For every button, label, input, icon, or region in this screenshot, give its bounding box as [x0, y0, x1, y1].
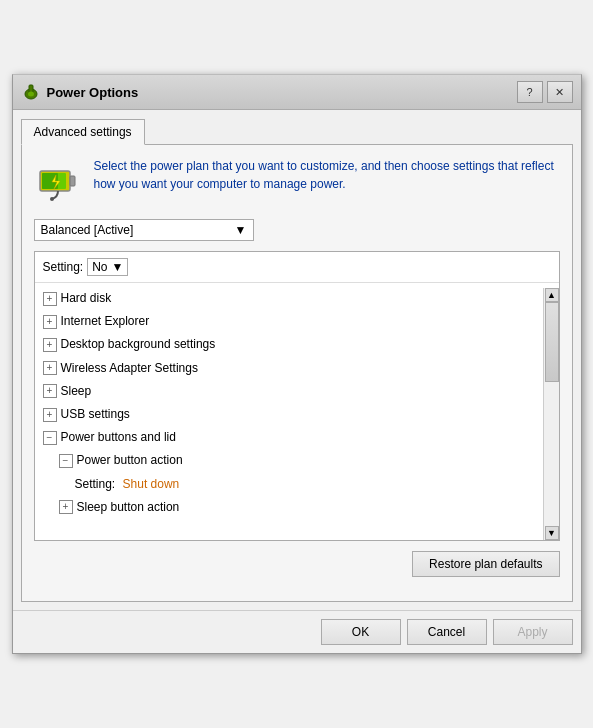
restore-defaults-button[interactable]: Restore plan defaults	[412, 551, 559, 577]
tree-item-power-buttons[interactable]: − Power buttons and lid	[35, 426, 559, 449]
settings-label: Setting:	[43, 260, 84, 274]
expand-icon-minus[interactable]: −	[43, 431, 57, 445]
svg-rect-6	[70, 176, 75, 186]
window-title: Power Options	[47, 85, 139, 100]
tree-item-sleep-button[interactable]: + Sleep button action	[35, 496, 559, 519]
settings-list[interactable]: + Hard disk + Internet Explorer + Deskto…	[35, 283, 559, 535]
tree-item-usb-settings[interactable]: + USB settings	[35, 403, 559, 426]
tab-content: Select the power plan that you want to c…	[21, 144, 573, 602]
power-icon	[34, 157, 82, 205]
scrollbar-thumb[interactable]	[545, 302, 559, 382]
footer-buttons: OK Cancel Apply	[13, 610, 581, 653]
tab-advanced-settings[interactable]: Advanced settings	[21, 119, 145, 145]
description-text: Select the power plan that you want to c…	[94, 157, 560, 193]
restore-btn-row: Restore plan defaults	[34, 551, 560, 577]
tree-item-sleep[interactable]: + Sleep	[35, 380, 559, 403]
ok-button[interactable]: OK	[321, 619, 401, 645]
settings-header: Setting: No ▼	[35, 252, 559, 283]
description-area: Select the power plan that you want to c…	[34, 157, 560, 205]
scrollbar-down-button[interactable]: ▼	[545, 526, 559, 540]
setting-dropdown-arrow: ▼	[112, 260, 124, 274]
settings-box: Setting: No ▼ + Hard disk	[34, 251, 560, 541]
tree-item-desktop-background[interactable]: + Desktop background settings	[35, 333, 559, 356]
tree-item-setting-shutown[interactable]: Setting: Shut down	[35, 473, 559, 496]
tree-item-label: USB settings	[61, 405, 130, 424]
title-bar: Power Options ? ✕	[13, 75, 581, 110]
tree-item-label: Power button action	[77, 451, 183, 470]
tree-item-power-button-action[interactable]: − Power button action	[35, 449, 559, 472]
tree-item-label: Internet Explorer	[61, 312, 150, 331]
tree-item-hard-disk[interactable]: + Hard disk	[35, 287, 559, 310]
tree-item-wireless-adapter[interactable]: + Wireless Adapter Settings	[35, 357, 559, 380]
svg-point-2	[28, 92, 34, 97]
expand-icon[interactable]: +	[59, 500, 73, 514]
help-button[interactable]: ?	[517, 81, 543, 103]
dropdown-value: Balanced [Active]	[41, 223, 134, 237]
expand-icon[interactable]: +	[43, 361, 57, 375]
tree-item-label: Desktop background settings	[61, 335, 216, 354]
svg-point-8	[50, 197, 54, 201]
setting-value-dropdown[interactable]: No ▼	[87, 258, 128, 276]
tab-bar: Advanced settings	[21, 118, 573, 144]
power-options-window: Power Options ? ✕ Advanced settings	[12, 74, 582, 654]
expand-icon[interactable]: +	[43, 338, 57, 352]
tab-container: Advanced settings	[21, 118, 573, 602]
tree-item-internet-explorer[interactable]: + Internet Explorer	[35, 310, 559, 333]
expand-icon[interactable]: +	[43, 315, 57, 329]
battery-icon	[36, 159, 80, 203]
tree-item-label: Wireless Adapter Settings	[61, 359, 198, 378]
window-icon	[21, 82, 41, 102]
expand-icon[interactable]: +	[43, 292, 57, 306]
tree-item-label: Sleep	[61, 382, 92, 401]
dropdown-arrow-icon: ▼	[235, 223, 247, 237]
power-plan-dropdown[interactable]: Balanced [Active] ▼	[34, 219, 254, 241]
scrollbar[interactable]: ▲ ▼	[543, 288, 559, 540]
close-button[interactable]: ✕	[547, 81, 573, 103]
setting-dropdown-value: No	[92, 260, 107, 274]
dropdown-row: Balanced [Active] ▼	[34, 219, 560, 241]
scrollbar-up-button[interactable]: ▲	[545, 288, 559, 302]
tree-item-label: Sleep button action	[77, 498, 180, 517]
expand-icon[interactable]: +	[43, 408, 57, 422]
tree-item-label: Hard disk	[61, 289, 112, 308]
title-bar-left: Power Options	[21, 82, 139, 102]
expand-icon[interactable]: +	[43, 384, 57, 398]
tree-item-label: Power buttons and lid	[61, 428, 176, 447]
apply-button[interactable]: Apply	[493, 619, 573, 645]
expand-icon-minus[interactable]: −	[59, 454, 73, 468]
tree-item-setting-prefix: Setting:	[75, 475, 119, 494]
tree-item-setting-value: Shut down	[123, 475, 180, 494]
dialog-content: Advanced settings	[13, 110, 581, 610]
title-bar-buttons: ? ✕	[517, 81, 573, 103]
cancel-button[interactable]: Cancel	[407, 619, 487, 645]
